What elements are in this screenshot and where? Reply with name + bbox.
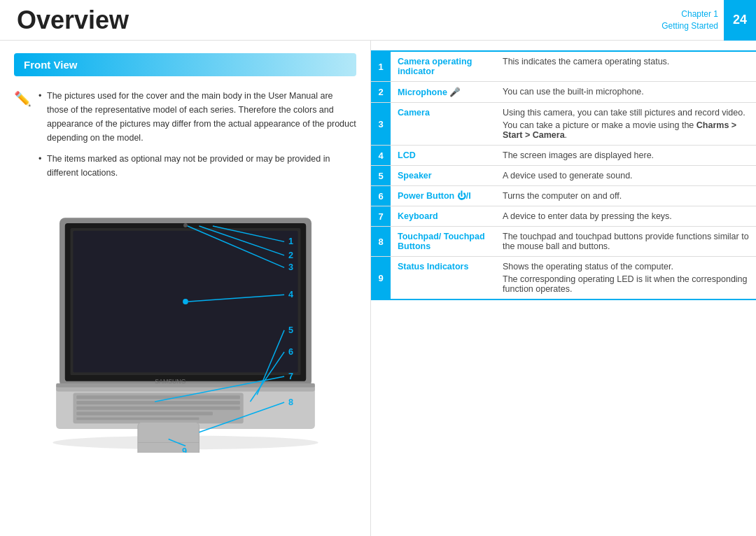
features-table: 1Camera operating indicatorThis indicate… bbox=[371, 52, 756, 300]
header: Overview Chapter 1 Getting Started 24 bbox=[0, 0, 756, 41]
section-label: Getting Started bbox=[662, 20, 718, 32]
svg-text:9: 9 bbox=[182, 446, 187, 453]
svg-rect-7 bbox=[76, 412, 213, 416]
row-label: Touchpad/ Touchpad Buttons bbox=[391, 227, 496, 257]
svg-text:1: 1 bbox=[288, 237, 293, 246]
svg-text:6: 6 bbox=[288, 347, 293, 357]
row-label: Speaker bbox=[391, 166, 496, 186]
row-number: 5 bbox=[371, 166, 391, 186]
table-row: 4LCDThe screen images are displayed here… bbox=[371, 146, 756, 166]
table-row: 8Touchpad/ Touchpad ButtonsThe touchpad … bbox=[371, 227, 756, 257]
main-content: Front View ✏️ The pictures used for the … bbox=[0, 41, 756, 536]
svg-text:3: 3 bbox=[288, 262, 293, 272]
right-panel: 1Camera operating indicatorThis indicate… bbox=[371, 41, 756, 536]
page-number: 24 bbox=[724, 0, 756, 41]
row-number: 4 bbox=[371, 146, 391, 166]
table-row: 6Power Button ⏻/ITurns the computer on a… bbox=[371, 186, 756, 206]
table-row: 5SpeakerA device used to generate sound. bbox=[371, 166, 756, 186]
chapter-label: Chapter 1 bbox=[681, 8, 718, 20]
chapter-info: Chapter 1 Getting Started bbox=[662, 0, 724, 41]
row-number: 1 bbox=[371, 52, 391, 82]
table-row: 2Microphone 🎤You can use the built-in mi… bbox=[371, 82, 756, 103]
row-description: A device used to generate sound. bbox=[496, 166, 756, 186]
note-icon: ✏️ bbox=[14, 90, 31, 187]
svg-rect-8 bbox=[76, 417, 199, 420]
svg-point-24 bbox=[183, 299, 188, 304]
svg-text:SAMSUNG: SAMSUNG bbox=[155, 378, 186, 385]
table-wrapper: 1Camera operating indicatorThis indicate… bbox=[371, 50, 756, 300]
svg-text:2: 2 bbox=[288, 251, 293, 260]
notes-text: The pictures used for the cover and the … bbox=[38, 89, 356, 187]
svg-rect-6 bbox=[76, 407, 240, 410]
row-description: You can use the built-in microphone. bbox=[496, 82, 756, 103]
row-label: Keyboard bbox=[391, 206, 496, 227]
table-row: 9Status IndicatorsShows the operating st… bbox=[371, 257, 756, 300]
row-label: Status Indicators bbox=[391, 257, 496, 300]
svg-point-15 bbox=[183, 223, 188, 227]
section-title: Front View bbox=[14, 53, 356, 76]
note-item-1: The pictures used for the cover and the … bbox=[38, 89, 356, 145]
svg-rect-9 bbox=[138, 422, 200, 453]
header-right: Chapter 1 Getting Started 24 bbox=[662, 0, 756, 41]
table-row: 7KeyboardA device to enter data by press… bbox=[371, 206, 756, 227]
laptop-svg: SAMSUNG 1 2 3 4 5 6 bbox=[14, 201, 357, 453]
svg-rect-4 bbox=[76, 395, 240, 399]
row-label: Camera operating indicator bbox=[391, 52, 496, 82]
row-label: Microphone 🎤 bbox=[391, 82, 496, 103]
row-number: 9 bbox=[371, 257, 391, 300]
row-description: Turns the computer on and off. bbox=[496, 186, 756, 206]
row-description: The touchpad and touchpad buttons provid… bbox=[496, 227, 756, 257]
table-row: 3CameraUsing this camera, you can take s… bbox=[371, 103, 756, 146]
row-number: 3 bbox=[371, 103, 391, 146]
row-description: This indicates the camera operating stat… bbox=[496, 52, 756, 82]
page-title: Overview bbox=[17, 8, 129, 33]
row-label: Camera bbox=[391, 103, 496, 146]
row-number: 8 bbox=[371, 227, 391, 257]
svg-text:4: 4 bbox=[288, 290, 293, 299]
svg-text:7: 7 bbox=[288, 372, 293, 381]
svg-text:8: 8 bbox=[288, 397, 293, 407]
row-description: Using this camera, you can take still pi… bbox=[496, 103, 756, 146]
left-panel: Front View ✏️ The pictures used for the … bbox=[0, 41, 371, 536]
row-label: Power Button ⏻/I bbox=[391, 186, 496, 206]
svg-text:5: 5 bbox=[288, 325, 293, 335]
row-number: 2 bbox=[371, 82, 391, 103]
table-row: 1Camera operating indicatorThis indicate… bbox=[371, 52, 756, 82]
row-label: LCD bbox=[391, 146, 496, 166]
row-description: Shows the operating status of the comput… bbox=[496, 257, 756, 300]
laptop-image: SAMSUNG 1 2 3 4 5 6 bbox=[14, 201, 357, 453]
notes-area: ✏️ The pictures used for the cover and t… bbox=[14, 86, 356, 190]
row-number: 6 bbox=[371, 186, 391, 206]
row-description: The screen images are displayed here. bbox=[496, 146, 756, 166]
row-description: A device to enter data by pressing the k… bbox=[496, 206, 756, 227]
row-number: 7 bbox=[371, 206, 391, 227]
note-item-2: The items marked as optional may not be … bbox=[38, 152, 356, 180]
